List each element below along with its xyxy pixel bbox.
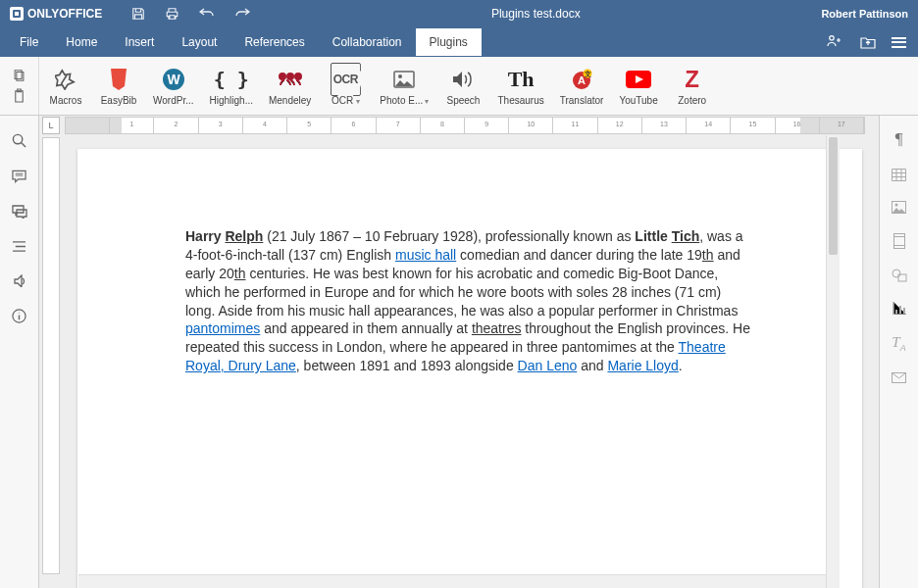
- scrollbar-thumb[interactable]: [829, 137, 838, 255]
- text: centuries. He was best known for his acr…: [185, 266, 738, 318]
- comments-icon[interactable]: [12, 170, 26, 183]
- shape-settings-icon[interactable]: [892, 269, 907, 282]
- horizontal-scrollbar[interactable]: [78, 574, 826, 588]
- plugin-thesaurus[interactable]: Th Thesaurus: [489, 57, 551, 115]
- undo-icon[interactable]: [199, 7, 215, 21]
- text: (21 July 1867 – 10 February 1928), profe…: [263, 228, 635, 244]
- svg-rect-16: [893, 234, 904, 249]
- app-name: ONLYOFFICE: [27, 7, 102, 21]
- menu-right-tools: [827, 34, 918, 51]
- open-location-icon[interactable]: [860, 36, 876, 49]
- view-settings-icon[interactable]: [892, 34, 906, 51]
- paste-icon[interactable]: [13, 88, 26, 103]
- macros-button[interactable]: Macros: [39, 57, 92, 115]
- save-icon[interactable]: [131, 7, 145, 21]
- link-pantomimes[interactable]: pantomimes: [185, 320, 260, 336]
- svg-point-6: [398, 74, 402, 78]
- link-theatres[interactable]: theatres: [472, 320, 522, 336]
- thesaurus-icon: Th: [508, 66, 535, 93]
- svg-point-3: [286, 73, 294, 80]
- vertical-ruler[interactable]: [42, 137, 60, 574]
- menu-references[interactable]: References: [230, 28, 318, 56]
- image-settings-icon[interactable]: [892, 201, 906, 214]
- link-marie-lloyd[interactable]: Marie Lloyd: [607, 358, 678, 373]
- wordpress-icon: W: [162, 66, 185, 93]
- menu-insert[interactable]: Insert: [111, 28, 168, 56]
- svg-point-17: [892, 270, 900, 277]
- svg-point-15: [895, 204, 898, 207]
- plugin-photo-editor[interactable]: Photo E...: [372, 57, 436, 115]
- plugin-mendeley[interactable]: Mendeley: [261, 57, 319, 115]
- page-viewport[interactable]: Harry Relph (21 July 1867 – 10 February …: [60, 135, 879, 588]
- plugin-ocr[interactable]: OCR OCR: [319, 57, 372, 115]
- menu-file[interactable]: File: [6, 28, 52, 56]
- link-music-hall[interactable]: music hall: [395, 247, 456, 263]
- logo-icon: [10, 7, 24, 21]
- left-sidebar: [0, 116, 39, 588]
- document-title: Plugins test.docx: [250, 7, 821, 21]
- plugin-highlight[interactable]: { } Highligh...: [202, 57, 261, 115]
- ribbon-clipboard: [0, 57, 39, 115]
- plugin-label: Speech: [447, 95, 481, 106]
- plugin-zotero[interactable]: Z Zotero: [666, 57, 719, 115]
- menu-bar: File Home Insert Layout References Colla…: [0, 27, 918, 57]
- copy-icon[interactable]: [12, 69, 26, 82]
- plugin-label: Photo E...: [380, 95, 429, 106]
- svg-text:文: 文: [584, 70, 591, 78]
- menu-plugins[interactable]: Plugins: [416, 28, 482, 56]
- macros-label: Macros: [50, 95, 82, 106]
- menu-layout[interactable]: Layout: [168, 28, 230, 56]
- table-settings-icon[interactable]: [892, 169, 906, 181]
- print-icon[interactable]: [165, 7, 179, 21]
- body-paragraph[interactable]: Harry Relph (21 July 1867 – 10 February …: [185, 227, 754, 375]
- plugin-youtube[interactable]: YouTube: [611, 57, 665, 115]
- highlight-icon: { }: [214, 66, 249, 93]
- menu-home[interactable]: Home: [52, 28, 111, 56]
- plugins-ribbon: Macros EasyBib W WordPr... { } Highligh.…: [0, 57, 918, 116]
- text: Little: [635, 228, 671, 244]
- text: Relph: [225, 228, 263, 244]
- page: Harry Relph (21 July 1867 – 10 February …: [77, 149, 862, 588]
- manage-users-icon[interactable]: [827, 35, 844, 49]
- link-dan-leno[interactable]: Dan Leno: [518, 358, 578, 373]
- text-art-icon[interactable]: TA: [892, 334, 905, 353]
- plugin-label: WordPr...: [153, 95, 194, 106]
- paragraph-settings-icon[interactable]: ¶: [895, 129, 903, 149]
- vertical-scrollbar[interactable]: [826, 135, 840, 588]
- plugin-label: Mendeley: [269, 95, 311, 106]
- plugin-label: EasyBib: [101, 95, 137, 106]
- plugin-wordpress[interactable]: W WordPr...: [145, 57, 202, 115]
- right-sidebar: ¶ TA: [879, 116, 918, 588]
- text: and appeared in them annually at: [260, 320, 472, 336]
- chat-icon[interactable]: [12, 205, 27, 219]
- find-icon[interactable]: [12, 133, 26, 148]
- title-bar: ONLYOFFICE Plugins test.docx Robert Patt…: [0, 0, 918, 27]
- text: Harry: [185, 228, 225, 244]
- text: .: [679, 358, 683, 373]
- tab-selector[interactable]: L: [42, 117, 60, 134]
- document-scroll: Harry Relph (21 July 1867 – 10 February …: [39, 135, 879, 588]
- redo-icon[interactable]: [234, 7, 250, 21]
- navigation-icon[interactable]: [12, 240, 26, 253]
- mail-merge-icon[interactable]: [892, 372, 906, 383]
- translator-icon: A文: [571, 66, 592, 93]
- ruler-row: L 1234567891011121314151617: [39, 116, 879, 135]
- mendeley-icon: [278, 66, 303, 93]
- plugin-translator[interactable]: A文 Translator: [552, 57, 612, 115]
- zotero-icon: Z: [685, 66, 699, 93]
- chart-settings-icon[interactable]: [892, 302, 906, 315]
- user-area[interactable]: Robert Pattinson: [821, 8, 908, 20]
- text: and: [577, 358, 607, 373]
- text: th: [702, 247, 714, 263]
- plugin-label: OCR: [332, 95, 359, 106]
- plugin-speech[interactable]: Speech: [436, 57, 489, 115]
- menu-collaboration[interactable]: Collaboration: [319, 28, 416, 56]
- user-name: Robert Pattinson: [821, 8, 908, 20]
- feedback-icon[interactable]: [12, 274, 27, 287]
- plugin-easybib[interactable]: EasyBib: [92, 57, 145, 115]
- horizontal-ruler[interactable]: 1234567891011121314151617: [65, 117, 865, 134]
- header-footer-icon[interactable]: [893, 233, 905, 249]
- svg-point-12: [13, 134, 22, 143]
- quick-access-toolbar: [131, 7, 250, 21]
- about-icon[interactable]: [12, 309, 26, 323]
